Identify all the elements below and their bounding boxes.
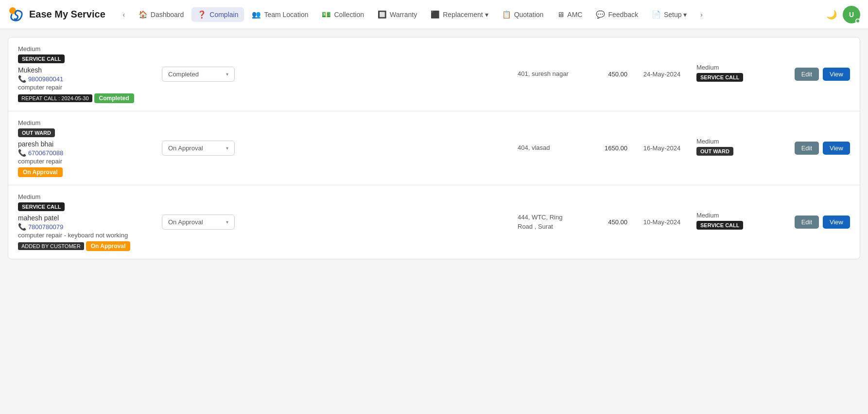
row2-actions: Edit View <box>792 142 850 155</box>
row1-actions: Edit View <box>792 68 850 81</box>
phone-icon: 📞 <box>18 75 26 83</box>
nav-prev-arrow[interactable]: ‹ <box>117 8 131 21</box>
row2-customer-name: paresh bhai <box>18 140 154 148</box>
nav-item-quotation[interactable]: 📋 Quotation <box>496 7 550 22</box>
row2-status-pill: On Approval <box>18 167 63 177</box>
chevron-down-icon: ▾ <box>226 145 228 151</box>
row2-status-dropdown[interactable]: On Approval ▾ <box>162 141 235 156</box>
row2-service-desc: computer repair <box>18 158 154 165</box>
row1-date: 24-May-2024 <box>635 71 689 78</box>
row1-priority: Medium <box>18 45 154 53</box>
row2-date: 16-May-2024 <box>635 144 689 152</box>
row2-phone[interactable]: 📞 6700670088 <box>18 149 154 157</box>
collection-icon: 💵 <box>322 10 331 19</box>
row1-amount: 450.00 <box>584 71 627 78</box>
home-icon: 🏠 <box>139 10 148 19</box>
row2-right-badge: OUT WARD <box>696 147 733 156</box>
nav-item-replacement[interactable]: ⬛ Replacement ▾ <box>425 7 494 22</box>
header: Ease My Service ‹ 🏠 Dashboard ❓ Complain… <box>0 0 868 29</box>
chevron-down-icon: ▾ <box>226 72 228 77</box>
logo-area: Ease My Service <box>8 6 105 23</box>
row1-right-priority: Medium <box>696 64 784 71</box>
online-indicator <box>855 18 860 23</box>
nav-item-team-location[interactable]: 👥 Team Location <box>246 7 314 22</box>
row3-added-by-badge: ADDED BY CUSTOMER <box>18 242 84 250</box>
row3-phone[interactable]: 📞 7800780079 <box>18 223 154 231</box>
row1-customer-name: Mukesh <box>18 66 154 74</box>
row3-info: Medium SERVICE CALL mahesh patel 📞 78007… <box>18 193 154 251</box>
row2-amount: 1650.00 <box>584 144 627 152</box>
row1-status-dropdown[interactable]: Completed ▾ <box>162 67 235 82</box>
table-row: Medium OUT WARD paresh bhai 📞 6700670088… <box>8 111 860 185</box>
nav-item-dashboard[interactable]: 🏠 Dashboard <box>133 7 190 22</box>
row3-call-type-badge: SERVICE CALL <box>18 202 65 211</box>
logo-icon <box>8 6 25 23</box>
row3-status-pill: On Approval <box>86 241 131 251</box>
row1-edit-button[interactable]: Edit <box>795 68 819 81</box>
row2-info: Medium OUT WARD paresh bhai 📞 6700670088… <box>18 119 154 177</box>
row3-status-dropdown[interactable]: On Approval ▾ <box>162 215 235 230</box>
row2-priority: Medium <box>18 119 154 126</box>
row1-service-desc: computer repair <box>18 84 154 91</box>
nav-item-setup[interactable]: 📄 Setup ▾ <box>646 7 693 22</box>
amc-icon: 🖥 <box>557 10 564 18</box>
chevron-down-icon: ▾ <box>226 219 228 225</box>
row1-call-type-badge: SERVICE CALL <box>18 54 65 63</box>
quotation-icon: 📋 <box>502 10 511 19</box>
row1-right-info: Medium SERVICE CALL <box>696 64 784 85</box>
row1-status-pill: Completed <box>94 93 134 103</box>
row3-right-info: Medium SERVICE CALL <box>696 212 784 233</box>
row1-repeat-badge: REPEAT CALL : 2024-05-30 <box>18 94 92 102</box>
row3-right-badge: SERVICE CALL <box>696 221 743 230</box>
row3-actions: Edit View <box>792 216 850 229</box>
main-content: Medium SERVICE CALL Mukesh 📞 9800980041 … <box>0 29 868 267</box>
row3-right-priority: Medium <box>696 212 784 219</box>
row2-right-priority: Medium <box>696 138 784 145</box>
row3-customer-name: mahesh patel <box>18 214 154 222</box>
row2-edit-button[interactable]: Edit <box>795 142 819 155</box>
row2-call-type-badge: OUT WARD <box>18 128 55 137</box>
row1-status-dropdown-col: Completed ▾ <box>162 67 240 82</box>
row3-view-button[interactable]: View <box>823 216 850 229</box>
table-row: Medium SERVICE CALL Mukesh 📞 9800980041 … <box>8 37 860 111</box>
app-title: Ease My Service <box>29 9 105 20</box>
phone-icon: 📞 <box>18 223 26 231</box>
setup-icon: 📄 <box>652 10 661 19</box>
row2-view-button[interactable]: View <box>823 142 850 155</box>
row1-phone[interactable]: 📞 9800980041 <box>18 75 154 83</box>
warranty-icon: 🔲 <box>378 10 387 19</box>
header-right: 🌙 U <box>826 6 860 23</box>
row1-view-button[interactable]: View <box>823 68 850 81</box>
nav-item-complain[interactable]: ❓ Complain <box>191 7 244 22</box>
row3-address: 444, WTC, Ring Road , Surat <box>518 213 576 231</box>
nav-next-arrow[interactable]: › <box>694 8 708 21</box>
row1-info: Medium SERVICE CALL Mukesh 📞 9800980041 … <box>18 45 154 103</box>
feedback-icon: 💬 <box>596 10 605 19</box>
row3-edit-button[interactable]: Edit <box>795 216 819 229</box>
row2-right-info: Medium OUT WARD <box>696 138 784 159</box>
theme-toggle-icon[interactable]: 🌙 <box>826 9 837 20</box>
team-icon: 👥 <box>252 10 261 19</box>
row1-address: 401, suresh nagar <box>518 70 576 78</box>
phone-icon: 📞 <box>18 149 26 157</box>
nav-item-amc[interactable]: 🖥 AMC <box>551 7 588 21</box>
row2-address: 404, vlasad <box>518 144 576 152</box>
avatar[interactable]: U <box>843 6 860 23</box>
table-row: Medium SERVICE CALL mahesh patel 📞 78007… <box>8 185 860 259</box>
row3-service-desc: computer repair - keyboard not working <box>18 232 154 239</box>
row3-status-dropdown-col: On Approval ▾ <box>162 215 240 230</box>
row1-right-badge: SERVICE CALL <box>696 73 743 82</box>
complain-icon: ❓ <box>197 10 207 19</box>
row3-date: 10-May-2024 <box>635 218 689 226</box>
row2-status-dropdown-col: On Approval ▾ <box>162 141 240 156</box>
nav: ‹ 🏠 Dashboard ❓ Complain 👥 Team Location… <box>117 7 826 22</box>
nav-item-feedback[interactable]: 💬 Feedback <box>590 7 643 22</box>
nav-item-warranty[interactable]: 🔲 Warranty <box>372 7 423 22</box>
row3-priority: Medium <box>18 193 154 200</box>
service-table: Medium SERVICE CALL Mukesh 📞 9800980041 … <box>8 37 860 259</box>
replacement-icon: ⬛ <box>431 10 440 19</box>
row3-amount: 450.00 <box>584 218 627 226</box>
nav-item-collection[interactable]: 💵 Collection <box>316 7 369 22</box>
